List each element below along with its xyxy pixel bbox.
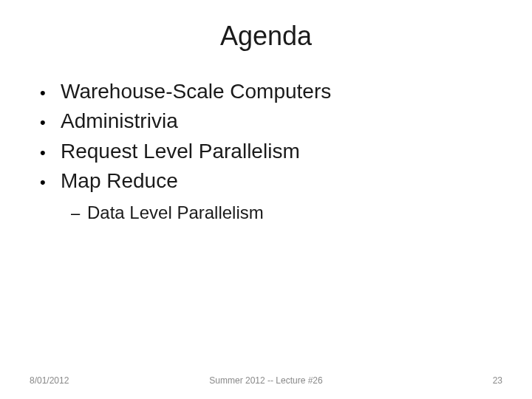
- list-item: • Warehouse-Scale Computers: [40, 78, 502, 105]
- bullet-icon: •: [40, 113, 61, 132]
- bullet-text: Administrivia: [61, 108, 178, 134]
- sub-bullet-text: Data Level Parallelism: [87, 202, 264, 223]
- list-item: • Map Reduce: [40, 168, 502, 194]
- content-area: • Warehouse-Scale Computers • Administri…: [30, 78, 502, 223]
- dash-icon: –: [71, 204, 87, 223]
- footer-lecture: Summer 2012 -- Lecture #26: [209, 375, 322, 386]
- bullet-icon: •: [40, 143, 61, 163]
- bullet-text: Map Reduce: [61, 168, 178, 194]
- bullet-icon: •: [40, 173, 61, 192]
- bullet-icon: •: [40, 83, 61, 103]
- footer-page-number: 23: [493, 375, 502, 386]
- bullet-text: Request Level Parallelism: [61, 138, 300, 165]
- slide-title: Agenda: [30, 21, 502, 52]
- list-item: • Administrivia: [40, 108, 502, 134]
- footer: 8/01/2012 Summer 2012 -- Lecture #26 23: [0, 375, 532, 386]
- footer-date: 8/01/2012: [30, 375, 69, 386]
- sub-list-item: – Data Level Parallelism: [71, 202, 502, 223]
- slide: Agenda • Warehouse-Scale Computers • Adm…: [0, 0, 532, 399]
- bullet-text: Warehouse-Scale Computers: [61, 78, 331, 105]
- list-item: • Request Level Parallelism: [40, 138, 502, 165]
